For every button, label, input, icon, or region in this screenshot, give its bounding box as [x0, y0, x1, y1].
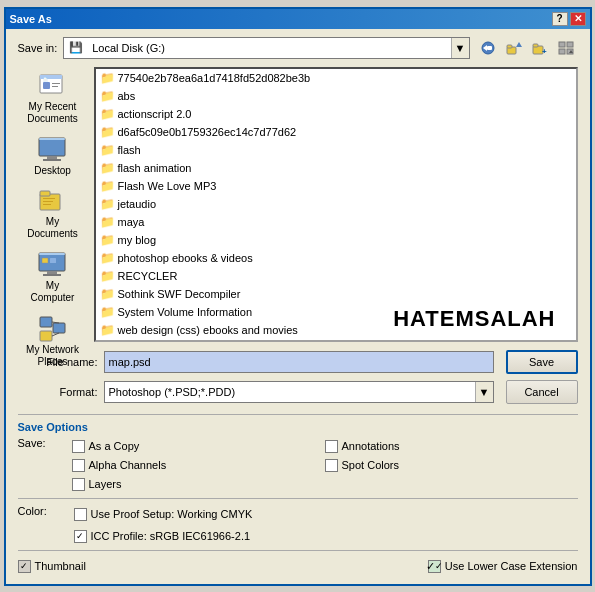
- svg-text:+: +: [542, 47, 547, 55]
- list-item[interactable]: 📁photoshop ebooks & videos: [96, 249, 576, 267]
- list-item[interactable]: 📁maya: [96, 213, 576, 231]
- icc-profile-row: ICC Profile: sRGB IEC61966-2.1: [74, 527, 253, 546]
- svg-rect-16: [43, 82, 50, 89]
- list-item[interactable]: 📁flash animation: [96, 159, 576, 177]
- places-panel: 📄 My RecentDocuments Desktop MyDocuments: [18, 67, 88, 342]
- file-name-input[interactable]: [104, 351, 494, 373]
- action-buttons-2: Cancel: [506, 380, 578, 404]
- list-item[interactable]: 📁System Volume Information: [96, 303, 576, 321]
- help-button[interactable]: ?: [552, 12, 568, 26]
- place-item-documents[interactable]: MyDocuments: [19, 182, 87, 244]
- file-name-row: File name: Save: [18, 350, 578, 374]
- views-button[interactable]: [554, 37, 578, 59]
- format-row: Format: Photoshop (*.PSD;*.PDD) ▼ Cancel: [18, 380, 578, 404]
- svg-text:📄: 📄: [43, 77, 48, 82]
- spot-colors-label: Spot Colors: [342, 459, 399, 471]
- files-panel[interactable]: 📁77540e2b78ea6a1d7418fd52d082be3b📁abs📁ac…: [94, 67, 578, 342]
- drive-icon: 💾: [64, 41, 88, 54]
- icc-profile-checkbox[interactable]: [74, 530, 87, 543]
- list-item[interactable]: 📁flash: [96, 141, 576, 159]
- lower-case-label: Use Lower Case Extension: [445, 560, 578, 572]
- proof-setup-checkbox[interactable]: [74, 508, 87, 521]
- svg-rect-18: [52, 86, 58, 87]
- list-item[interactable]: 📁abs: [96, 87, 576, 105]
- list-item[interactable]: 📁d6af5c09e0b1759326ec14c7d77d62: [96, 123, 576, 141]
- alpha-channels-label: Alpha Channels: [89, 459, 167, 471]
- list-item[interactable]: 📁Flash We Love MP3: [96, 177, 576, 195]
- computer-icon: [37, 250, 69, 280]
- options-col-right: Annotations Spot Colors: [325, 437, 578, 494]
- save-options-title: Save Options: [18, 421, 578, 433]
- place-item-computer[interactable]: MyComputer: [19, 246, 87, 308]
- thumbnail-label: Thumbnail: [35, 560, 86, 572]
- documents-icon: [37, 186, 69, 216]
- list-item[interactable]: 📁web design (css) ebooks and movies: [96, 321, 576, 339]
- up-button[interactable]: [502, 37, 526, 59]
- cancel-button[interactable]: Cancel: [506, 380, 578, 404]
- place-item-desktop[interactable]: Desktop: [19, 131, 87, 180]
- back-button[interactable]: [476, 37, 500, 59]
- list-item[interactable]: 📁jetaudio: [96, 195, 576, 213]
- save-button[interactable]: Save: [506, 350, 578, 374]
- as-copy-label: As a Copy: [89, 440, 140, 452]
- annotations-label: Annotations: [342, 440, 400, 452]
- svg-marker-5: [516, 42, 522, 47]
- lower-case-row: ✓ Use Lower Case Extension: [428, 557, 578, 576]
- svg-rect-9: [559, 42, 565, 47]
- alpha-channels-row: Alpha Channels: [72, 456, 325, 475]
- svg-rect-33: [42, 258, 48, 263]
- save-in-dropdown-arrow[interactable]: ▼: [451, 38, 469, 58]
- alpha-channels-checkbox[interactable]: [72, 459, 85, 472]
- network-icon: [37, 314, 69, 344]
- recent-label: My RecentDocuments: [27, 101, 78, 125]
- new-folder-button[interactable]: +: [528, 37, 552, 59]
- title-bar-buttons: ? ✕: [552, 12, 586, 26]
- svg-rect-28: [43, 204, 51, 205]
- svg-rect-27: [43, 201, 53, 202]
- list-item[interactable]: 📁my blog: [96, 231, 576, 249]
- documents-label: MyDocuments: [27, 216, 78, 240]
- thumbnail-section: Thumbnail ✓ Use Lower Case Extension: [18, 550, 578, 576]
- save-in-value: Local Disk (G:): [88, 42, 450, 54]
- lower-case-checkbox[interactable]: ✓: [428, 560, 441, 573]
- svg-rect-17: [52, 83, 60, 84]
- svg-rect-26: [43, 198, 55, 199]
- spot-colors-checkbox[interactable]: [325, 459, 338, 472]
- files-list: 📁77540e2b78ea6a1d7418fd52d082be3b📁abs📁ac…: [96, 69, 576, 339]
- bottom-fields: File name: Save Format: Photoshop (*.PSD…: [18, 350, 578, 576]
- format-combo[interactable]: Photoshop (*.PSD;*.PDD) ▼: [104, 381, 494, 403]
- annotations-checkbox[interactable]: [325, 440, 338, 453]
- as-copy-row: As a Copy: [72, 437, 325, 456]
- dialog-title: Save As: [10, 13, 52, 25]
- proof-setup-label: Use Proof Setup: Working CMYK: [91, 508, 253, 520]
- svg-rect-20: [39, 138, 65, 156]
- format-dropdown-btn[interactable]: ▼: [475, 382, 493, 402]
- svg-rect-7: [533, 44, 538, 47]
- layers-row: Layers: [72, 475, 325, 494]
- annotations-row: Annotations: [325, 437, 578, 456]
- icc-profile-label: ICC Profile: sRGB IEC61966-2.1: [91, 530, 251, 542]
- action-buttons: Save: [506, 350, 578, 374]
- svg-rect-30: [39, 253, 65, 255]
- as-copy-checkbox[interactable]: [72, 440, 85, 453]
- save-in-combo[interactable]: 💾 Local Disk (G:) ▼: [63, 37, 469, 59]
- place-item-recent[interactable]: 📄 My RecentDocuments: [19, 67, 87, 129]
- desktop-icon: [37, 135, 69, 165]
- save-options: Save Options Save: As a Copy Alpha Chann…: [18, 414, 578, 494]
- close-button[interactable]: ✕: [570, 12, 586, 26]
- list-item[interactable]: 📁77540e2b78ea6a1d7418fd52d082be3b: [96, 69, 576, 87]
- toolbar-icons: +: [476, 37, 578, 59]
- title-bar: Save As ? ✕: [6, 7, 590, 29]
- layers-checkbox[interactable]: [72, 478, 85, 491]
- save-as-dialog: Save As ? ✕ Save in: 💾 Local Disk (G:) ▼: [4, 7, 592, 586]
- svg-rect-4: [507, 45, 512, 48]
- proof-setup-row: Use Proof Setup: Working CMYK: [74, 505, 253, 524]
- layers-label: Layers: [89, 478, 122, 490]
- list-item[interactable]: 📁actionscript 2.0: [96, 105, 576, 123]
- list-item[interactable]: 📁Sothink SWF Decompiler: [96, 285, 576, 303]
- svg-rect-2: [487, 46, 492, 50]
- svg-rect-31: [47, 271, 57, 274]
- list-item[interactable]: 📁RECYCLER: [96, 267, 576, 285]
- save-options-save-label: Save:: [18, 437, 68, 449]
- svg-rect-34: [50, 258, 56, 263]
